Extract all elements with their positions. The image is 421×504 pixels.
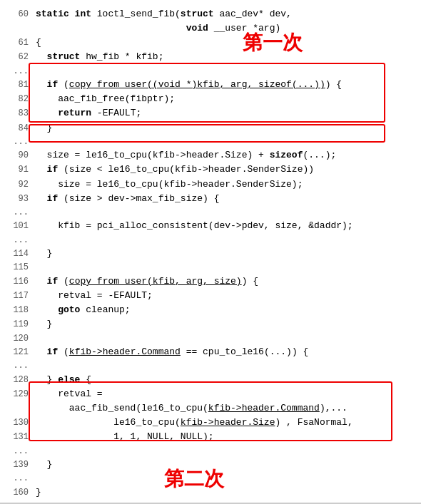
line-number: 129 bbox=[6, 388, 29, 401]
code-line: 117 retval = -EFAULT; bbox=[6, 289, 415, 303]
code-text: } bbox=[36, 317, 415, 331]
line-number: ... bbox=[6, 234, 29, 247]
code-line: 84 } bbox=[6, 121, 415, 135]
code-line: 130 le16_to_cpu(kfib->header.Size) , Fsa… bbox=[6, 416, 415, 430]
code-line: 61 { bbox=[6, 36, 415, 50]
code-text: le16_to_cpu(kfib->header.Size) , FsaNorm… bbox=[36, 416, 415, 430]
code-text: size = le16_to_cpu(kfib->header.Size) + … bbox=[36, 148, 415, 163]
code-line-dots: ... bbox=[6, 445, 415, 458]
line-number: 131 bbox=[6, 431, 29, 444]
code-line: 92 size = le16_to_cpu(kfib->header.Sende… bbox=[6, 178, 415, 192]
code-text: kfib = pci_alloc_consistent(dev->pdev, s… bbox=[36, 219, 415, 233]
line-number: ... bbox=[6, 359, 29, 373]
code-line-dots: ... bbox=[6, 135, 415, 149]
line-number: 130 bbox=[6, 416, 29, 430]
code-line-dots: ... bbox=[6, 206, 415, 220]
code-line: void __user *arg) bbox=[6, 21, 415, 36]
line-number: 61 bbox=[6, 36, 29, 50]
code-line: 101 kfib = pci_alloc_consistent(dev->pde… bbox=[6, 219, 415, 233]
code-text: { bbox=[36, 36, 415, 50]
code-line: 60 static int ioctl_send_fib(struct aac_… bbox=[6, 7, 415, 21]
code-line: 83 return -EFAULT; bbox=[6, 106, 415, 120]
code-line: 119 } bbox=[6, 317, 415, 331]
code-text: size = le16_to_cpu(kfib->header.SenderSi… bbox=[36, 178, 415, 192]
code-text: if (kfib->header.Command == cpu_to_le16(… bbox=[36, 345, 415, 359]
code-line: aac_fib_send(le16_to_cpu(kfib->header.Co… bbox=[6, 401, 415, 416]
line-number: 83 bbox=[6, 107, 29, 120]
code-line-dots: ... bbox=[6, 359, 415, 373]
code-text: if (size < le16_to_cpu(kfib->header.Send… bbox=[36, 163, 415, 177]
line-number: ... bbox=[6, 65, 29, 78]
code-text: struct hw_fib * kfib; bbox=[36, 50, 415, 64]
code-text: return -EFAULT; bbox=[36, 106, 415, 120]
code-line: 81 if (copy_from_user((void *)kfib, arg,… bbox=[6, 78, 415, 92]
code-line: 121 if (kfib->header.Command == cpu_to_l… bbox=[6, 345, 415, 359]
line-number: 120 bbox=[6, 332, 29, 346]
code-line: 115 bbox=[6, 261, 415, 274]
code-line: 93 if (size > dev->max_fib_size) { bbox=[6, 192, 415, 206]
code-text: retval = -EFAULT; bbox=[36, 289, 415, 303]
code-text: } bbox=[36, 247, 415, 261]
code-text: } bbox=[36, 485, 415, 500]
line-number: 82 bbox=[6, 93, 29, 106]
line-number: 93 bbox=[6, 192, 29, 206]
code-text: if (copy_from_user((void *)kfib, arg, si… bbox=[36, 78, 415, 92]
line-number: 114 bbox=[6, 247, 29, 261]
code-line: 129 retval = bbox=[6, 387, 415, 401]
code-text: if (copy_from_user(kfib, arg, size)) { bbox=[36, 274, 415, 289]
code-line: 116 if (copy_from_user(kfib, arg, size))… bbox=[6, 274, 415, 289]
line-number: 90 bbox=[6, 149, 29, 163]
line-number: 116 bbox=[6, 275, 29, 289]
code-text: static int ioctl_send_fib(struct aac_dev… bbox=[36, 7, 415, 21]
line-number: 139 bbox=[6, 458, 29, 472]
code-text: aac_fib_free(fibptr); bbox=[36, 92, 415, 106]
code-text: aac_fib_send(le16_to_cpu(kfib->header.Co… bbox=[36, 401, 415, 416]
code-line: 131 1, 1, NULL, NULL); bbox=[6, 430, 415, 444]
line-number: ... bbox=[6, 135, 29, 149]
line-number: ... bbox=[6, 445, 29, 458]
code-text: void __user *arg) bbox=[36, 21, 415, 36]
line-number: 119 bbox=[6, 318, 29, 331]
annotation-first: 第一次 bbox=[243, 27, 303, 58]
code-line: 62 struct hw_fib * kfib; bbox=[6, 50, 415, 64]
code-line-dots: ... bbox=[6, 65, 415, 78]
line-number: 118 bbox=[6, 304, 29, 317]
code-line: 118 goto cleanup; bbox=[6, 303, 415, 317]
code-line: 82 aac_fib_free(fibptr); bbox=[6, 92, 415, 106]
code-text: goto cleanup; bbox=[36, 303, 415, 317]
line-number: 62 bbox=[6, 51, 29, 64]
line-number: 81 bbox=[6, 78, 29, 92]
code-line: 128 } else { bbox=[6, 373, 415, 387]
code-text: } bbox=[36, 458, 415, 472]
code-line-dots: ... bbox=[6, 234, 415, 247]
code-text: } else { bbox=[36, 373, 415, 387]
code-text: } bbox=[36, 121, 415, 135]
line-number: 160 bbox=[6, 486, 29, 500]
line-number: 91 bbox=[6, 163, 29, 177]
line-number: 92 bbox=[6, 178, 29, 192]
code-line: 120 bbox=[6, 332, 415, 346]
line-number: ... bbox=[6, 206, 29, 220]
code-line: 90 size = le16_to_cpu(kfib->header.Size)… bbox=[6, 148, 415, 163]
annotation-second: 第二次 bbox=[164, 463, 224, 494]
code-text: 1, 1, NULL, NULL); bbox=[36, 430, 415, 444]
line-number: 60 bbox=[6, 8, 29, 21]
code-text: retval = bbox=[36, 387, 415, 401]
code-line: 91 if (size < le16_to_cpu(kfib->header.S… bbox=[6, 163, 415, 177]
line-number: 121 bbox=[6, 346, 29, 359]
code-text: if (size > dev->max_fib_size) { bbox=[36, 192, 415, 206]
line-number: ... bbox=[6, 472, 29, 485]
line-number: 117 bbox=[6, 289, 29, 303]
line-number: 101 bbox=[6, 220, 29, 233]
line-number: 128 bbox=[6, 374, 29, 387]
line-number: 84 bbox=[6, 122, 29, 135]
code-container: 60 static int ioctl_send_fib(struct aac_… bbox=[0, 0, 421, 504]
code-line: 114 } bbox=[6, 247, 415, 261]
line-number: 115 bbox=[6, 261, 29, 274]
